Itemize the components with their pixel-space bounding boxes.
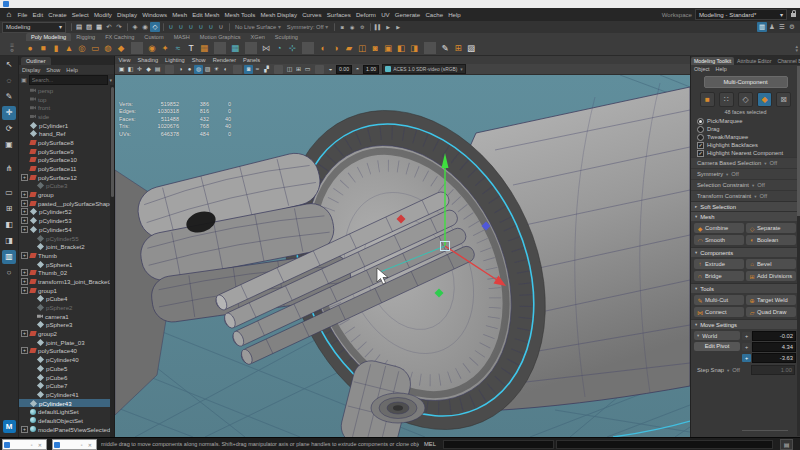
redo-icon[interactable]: ↷	[114, 22, 124, 32]
face-mode-icon[interactable]: ◆	[757, 92, 772, 107]
multi-cut-shelf-icon[interactable]: ✎	[439, 42, 451, 54]
panel-menu-item[interactable]: View	[115, 57, 134, 63]
select-tool-icon[interactable]: ↖	[2, 58, 16, 72]
axis-value-field[interactable]: 4.34	[752, 342, 796, 352]
boolean-shelf-icon[interactable]: ▦	[229, 42, 241, 54]
shelf-tab[interactable]: Rigging	[71, 33, 100, 41]
image-plane-icon[interactable]: ▤	[153, 65, 162, 74]
divider[interactable]	[370, 23, 371, 31]
chevron-down-icon[interactable]: ▾	[109, 77, 112, 83]
shelf-tab[interactable]: FX Caching	[100, 33, 139, 41]
outliner-row[interactable]: + polySurface8	[19, 138, 114, 147]
outliner-row[interactable]: + modelPanel5ViewSelectedSet	[19, 425, 114, 434]
smooth-shade-icon[interactable]: ●	[185, 65, 194, 74]
tools-section-header[interactable]: ▾ Tools	[691, 283, 800, 293]
exposure-field[interactable]: 0.00	[336, 65, 352, 74]
divider[interactable]	[229, 23, 230, 31]
multi-component-button[interactable]: Multi-Component	[704, 76, 788, 88]
edge-mode-icon[interactable]: ◇	[738, 92, 753, 107]
poly-cylinder-icon[interactable]: ▮	[50, 42, 62, 54]
bookmark-icon[interactable]: ◆	[144, 65, 153, 74]
menu-item[interactable]: Mesh Tools	[222, 11, 258, 18]
outliner-row[interactable]: + camera1	[19, 312, 114, 321]
menu-item[interactable]: Modify	[91, 11, 114, 18]
outliner-menu-item[interactable]: Show	[43, 67, 63, 73]
outliner-row[interactable]: + pCylinder41	[19, 390, 114, 399]
shelf-scroll-arrows[interactable]: ▴ ▾	[795, 44, 798, 52]
outliner-row[interactable]: + pCube4	[19, 295, 114, 304]
select-camera-icon[interactable]: ▣	[117, 65, 126, 74]
menu-set-dropdown[interactable]: Modeling ▾	[2, 22, 66, 33]
checkbox-option[interactable]: ✓ Highlight Backfaces	[691, 141, 800, 149]
axis-value-field[interactable]: -3.63	[752, 353, 796, 363]
split-pane-layout-icon[interactable]: ◧	[2, 218, 16, 232]
separate-shelf-icon[interactable]: ◧	[395, 42, 407, 54]
outliner-row[interactable]: + group2	[19, 329, 114, 338]
outliner-row[interactable]: + defaultLightSet	[19, 407, 114, 416]
expand-toggle-icon[interactable]: +	[21, 287, 28, 294]
expand-toggle-icon[interactable]: +	[21, 278, 28, 285]
duplicate-face-icon[interactable]: ▰	[343, 42, 355, 54]
colorspace-dropdown[interactable]: ACES 1.0 SDR-video (sRGB) ▾	[382, 64, 466, 74]
current-layout-icon[interactable]: ▥	[2, 250, 16, 264]
menu-item[interactable]: Select	[69, 11, 91, 18]
divider[interactable]	[214, 42, 226, 54]
panel-menu-item[interactable]: Shading	[134, 57, 162, 63]
vertex-mode-icon[interactable]: ∷	[719, 92, 734, 107]
poly-sphere-icon[interactable]: ●	[24, 42, 36, 54]
dropdown-row[interactable]: Selection Constraint ▾ Off	[691, 179, 800, 190]
sidebar-tab[interactable]: Attribute Editor	[734, 57, 774, 65]
isolate-select-icon[interactable]: ◫	[285, 65, 294, 74]
panel-grid-icon[interactable]: ▥	[757, 22, 767, 32]
svg-tool-icon[interactable]: ▦	[198, 42, 210, 54]
menu-item[interactable]: Display	[114, 11, 139, 18]
circularize-icon[interactable]: ◐	[317, 42, 329, 54]
menu-item[interactable]: Surfaces	[324, 11, 353, 18]
divider[interactable]	[245, 42, 257, 54]
axis-icon[interactable]: +	[742, 354, 751, 362]
outliner-row[interactable]: + pSphere2	[19, 303, 114, 312]
checkbox-option[interactable]: ✓ Highlight Nearest Component	[691, 149, 800, 157]
outliner-scrollbar[interactable]	[110, 85, 114, 437]
shelf-gear-icon[interactable]: ⚙	[10, 48, 14, 53]
uv-mode-icon[interactable]: ⊠	[776, 92, 791, 107]
poly-torus-icon[interactable]: ◎	[76, 42, 88, 54]
divider[interactable]	[302, 42, 314, 54]
mel-language-toggle[interactable]: MEL	[424, 441, 436, 447]
snap-point-icon[interactable]: ∪	[186, 22, 196, 32]
move-settings-header[interactable]: ▾ Move Settings	[691, 319, 800, 329]
extract-face-icon[interactable]: ◫	[356, 42, 368, 54]
divider[interactable]	[165, 65, 174, 74]
sphere-project-icon[interactable]: ◉	[146, 42, 158, 54]
menu-item[interactable]: Curves	[300, 11, 325, 18]
lock-camera-icon[interactable]: ◧	[126, 65, 135, 74]
poly-cone-icon[interactable]: ▲	[63, 42, 75, 54]
outliner-row[interactable]: + polySurface10	[19, 156, 114, 165]
outliner-row[interactable]: + pCube3	[19, 182, 114, 191]
command-line-input[interactable]	[443, 440, 554, 449]
dropdown-row[interactable]: Camera Based Selection ▾ Off	[691, 157, 800, 168]
outliner-row[interactable]: + group1	[19, 286, 114, 295]
insert-edge-loop-icon[interactable]: ⊞	[452, 42, 464, 54]
script-editor-icon[interactable]: ▤	[780, 439, 793, 450]
reduce-mesh-icon[interactable]: ▣	[382, 42, 394, 54]
outliner-row[interactable]: + top	[19, 95, 114, 104]
outliner-row[interactable]: + joint_Bracket2	[19, 242, 114, 251]
ipr-render-icon[interactable]: ◉	[347, 22, 357, 32]
outliner-row[interactable]: + pCube6	[19, 373, 114, 382]
shelf-tab[interactable]: XGen	[246, 33, 270, 41]
outliner-row[interactable]: + polySurface11	[19, 164, 114, 173]
outliner-row[interactable]: + pCylinder1	[19, 121, 114, 130]
shadows-icon[interactable]: ◐	[221, 65, 230, 74]
outliner-row[interactable]: + polySurface12	[19, 173, 114, 182]
outliner-row[interactable]: + persp	[19, 86, 114, 95]
select-hierarchy-icon[interactable]: ◈	[130, 22, 140, 32]
divider[interactable]	[163, 23, 164, 31]
pause-icon[interactable]: ▌▌	[373, 22, 383, 32]
expand-toggle-icon[interactable]: +	[21, 226, 28, 233]
command-line-result[interactable]	[556, 440, 773, 449]
checkbox-icon[interactable]: ✓	[697, 142, 704, 149]
divider[interactable]	[71, 23, 72, 31]
motion-blur-icon[interactable]: ≈	[253, 65, 262, 74]
gamma-field[interactable]: 1.00	[363, 65, 379, 74]
